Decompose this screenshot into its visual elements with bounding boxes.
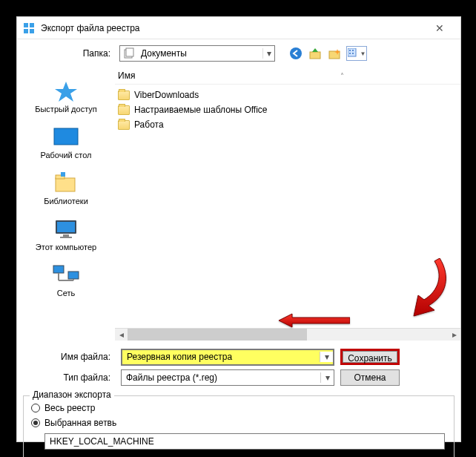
sidebar-item-label: Сеть: [17, 289, 115, 297]
filename-value: Резервная копия реестра: [122, 352, 320, 362]
radio-branch-label: Выбранная ветвь: [44, 418, 116, 428]
folder-value: Документы: [138, 48, 262, 59]
radio-icon: [31, 418, 40, 427]
svg-rect-23: [53, 266, 64, 273]
svg-rect-2: [24, 29, 28, 33]
svg-rect-9: [348, 48, 356, 56]
back-button[interactable]: [288, 46, 303, 61]
svg-point-6: [290, 47, 302, 59]
folder-label: Папка:: [17, 48, 115, 59]
bottom-fields: Имя файла: Резервная копия реестра ▾ Сох…: [17, 341, 460, 391]
svg-rect-10: [349, 50, 351, 51]
svg-rect-12: [349, 53, 351, 54]
svg-rect-1: [30, 23, 34, 27]
desktop-icon: [17, 124, 115, 151]
file-list: ViberDownloads Настраиваемые шаблоны Off…: [115, 85, 460, 328]
svg-rect-11: [352, 50, 354, 51]
filetype-value: Файлы реестра (*.reg): [122, 372, 320, 383]
radio-icon: [31, 404, 40, 412]
column-name: Имя: [118, 70, 266, 81]
sidebar-item-label: Рабочий стол: [17, 151, 115, 160]
folder-row-item[interactable]: Работа: [118, 117, 457, 132]
scroll-left-icon[interactable]: ◂: [115, 329, 128, 340]
chevron-down-icon[interactable]: ▾: [320, 372, 334, 383]
documents-icon: [123, 47, 135, 59]
sidebar-item-label: Библиотеки: [17, 197, 115, 206]
svg-rect-22: [60, 237, 72, 238]
sidebar-item-desktop[interactable]: Рабочий стол: [17, 124, 115, 160]
folder-name: ViberDownloads: [134, 90, 199, 100]
svg-rect-24: [68, 272, 79, 279]
computer-icon: [17, 216, 115, 243]
svg-rect-16: [56, 178, 75, 191]
svg-rect-21: [63, 234, 69, 237]
folder-row-item[interactable]: ViberDownloads: [118, 88, 457, 102]
save-button[interactable]: Сохранить: [340, 349, 400, 365]
column-header[interactable]: Имя ˄: [115, 68, 460, 85]
svg-rect-20: [57, 222, 75, 232]
sidebar-item-network[interactable]: Сеть: [17, 262, 115, 297]
sidebar-item-label: Этот компьютер: [17, 243, 115, 251]
star-icon: [17, 78, 115, 105]
folder-row: Папка: Документы ▾ ▼: [17, 39, 460, 68]
sidebar-item-libraries[interactable]: Библиотеки: [17, 170, 115, 206]
scroll-thumb[interactable]: [128, 329, 307, 341]
new-folder-button[interactable]: [327, 46, 342, 61]
view-menu-button[interactable]: ▼: [346, 46, 367, 61]
file-list-pane: Имя ˄ ViberDownloads Настраиваемые шабло…: [115, 68, 460, 341]
chevron-down-icon[interactable]: ▾: [262, 48, 274, 59]
chevron-down-icon[interactable]: ▾: [320, 352, 333, 362]
svg-rect-14: [54, 128, 78, 145]
export-range-group: Диапазон экспорта Весь реестр Выбранная …: [23, 395, 454, 457]
horizontal-scrollbar[interactable]: ◂ ▸: [115, 328, 460, 341]
svg-rect-7: [310, 52, 320, 59]
filetype-combo[interactable]: Файлы реестра (*.reg) ▾: [121, 369, 334, 386]
export-registry-dialog: Экспорт файла реестра ✕ Папка: Документы…: [16, 16, 461, 442]
branch-input[interactable]: [44, 433, 445, 450]
folder-icon: [118, 91, 130, 100]
libraries-icon: [17, 170, 115, 197]
radio-all[interactable]: Весь реестр: [31, 401, 446, 415]
sidebar-item-quick-access[interactable]: Быстрый доступ: [17, 78, 115, 114]
filetype-label: Тип файла:: [17, 372, 115, 383]
folder-icon: [118, 120, 130, 130]
network-icon: [17, 262, 115, 289]
svg-rect-3: [30, 29, 34, 33]
svg-rect-0: [24, 23, 28, 27]
close-button[interactable]: ✕: [425, 22, 454, 34]
up-one-level-button[interactable]: [308, 46, 323, 61]
folder-name: Настраиваемые шаблоны Office: [134, 105, 268, 115]
filename-input[interactable]: Резервная копия реестра ▾: [121, 349, 334, 366]
filename-label: Имя файла:: [17, 352, 115, 362]
sidebar-item-this-pc[interactable]: Этот компьютер: [17, 216, 115, 251]
window-title: Экспорт файла реестра: [41, 23, 425, 33]
folder-icon: [118, 105, 130, 115]
scroll-right-icon[interactable]: ▸: [448, 329, 460, 340]
radio-branch[interactable]: Выбранная ветвь: [31, 415, 446, 430]
svg-rect-18: [61, 172, 65, 177]
titlebar: Экспорт файла реестра ✕: [17, 17, 460, 39]
registry-icon: [23, 22, 35, 34]
places-sidebar: Быстрый доступ Рабочий стол Библиотеки Э…: [17, 68, 115, 341]
folder-combo[interactable]: Документы ▾: [119, 45, 275, 62]
cancel-button[interactable]: Отмена: [340, 369, 400, 386]
folder-name: Работа: [134, 119, 164, 130]
export-range-legend: Диапазон экспорта: [30, 389, 114, 400]
radio-all-label: Весь реестр: [44, 403, 95, 413]
sort-caret-icon: ˄: [340, 72, 344, 80]
folder-row-item[interactable]: Настраиваемые шаблоны Office: [118, 102, 457, 117]
svg-rect-13: [352, 53, 354, 54]
sidebar-item-label: Быстрый доступ: [17, 105, 115, 114]
svg-rect-5: [126, 48, 133, 56]
scroll-track[interactable]: [128, 329, 448, 341]
